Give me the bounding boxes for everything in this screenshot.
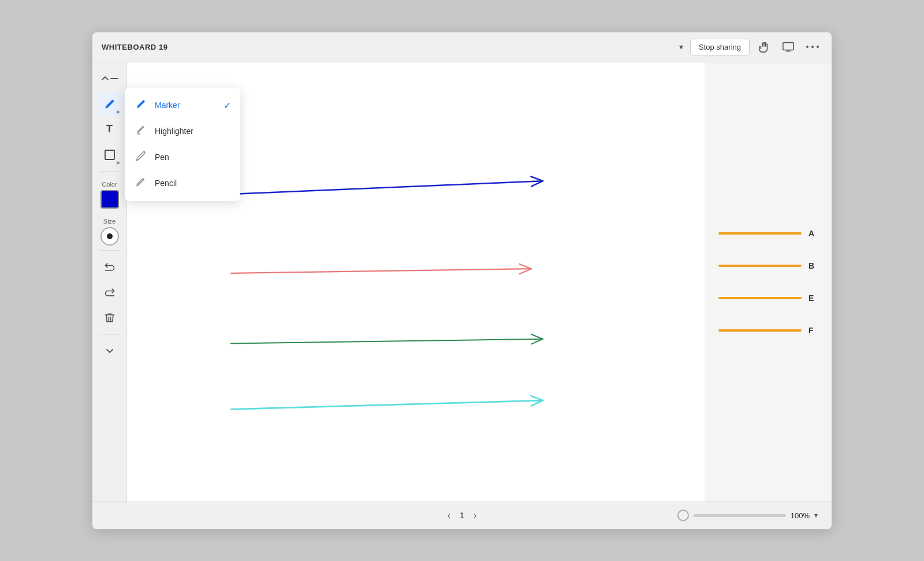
expand-down-button[interactable]	[98, 339, 121, 362]
color-label: Color	[102, 181, 117, 188]
zoom-value: 100%	[791, 511, 810, 520]
text-icon: T	[106, 123, 113, 135]
legend-line-f	[718, 329, 802, 332]
svg-point-3	[817, 46, 819, 48]
legend-row-e: E	[718, 293, 818, 303]
page-next-button[interactable]: ›	[471, 508, 479, 523]
zoom-chevron-icon[interactable]: ▾	[814, 511, 818, 519]
pen-expand-arrow: ▶	[117, 109, 120, 114]
marker-check-icon: ✓	[223, 100, 231, 111]
pen-icon	[134, 150, 148, 165]
tool-dropdown: Marker ✓ Highlighter	[125, 88, 240, 201]
marker-label: Marker	[155, 101, 180, 110]
svg-point-2	[811, 46, 814, 48]
legend-label-a: A	[808, 229, 818, 238]
stop-sharing-button[interactable]: Stop sharing	[690, 39, 750, 55]
app-window: WHITEBOARD 19 ▾ Stop sharing	[92, 32, 832, 529]
pen-label: Pen	[155, 153, 169, 162]
dropdown-item-pen[interactable]: Pen	[125, 144, 240, 170]
dropdown-item-pencil[interactable]: Pencil	[125, 170, 240, 196]
whiteboard-title: WHITEBOARD 19	[102, 43, 672, 51]
svg-rect-0	[783, 43, 793, 50]
toolbar-divider-2	[99, 250, 120, 251]
svg-point-1	[806, 46, 808, 48]
color-section: Color	[100, 176, 119, 213]
legend-line-e	[718, 297, 802, 299]
zoom-circle-icon	[677, 510, 689, 521]
shape-tool-button[interactable]: ▶	[98, 143, 121, 166]
legend-row-f: F	[718, 326, 818, 335]
right-panel: A B E F	[705, 62, 832, 501]
size-label: Size	[103, 218, 116, 225]
pen-tool-button[interactable]: ▶	[98, 92, 121, 116]
more-options-button[interactable]	[803, 42, 822, 52]
dropdown-item-marker[interactable]: Marker ✓	[125, 92, 240, 118]
highlighter-label: Highlighter	[155, 127, 193, 136]
dropdown-item-highlighter[interactable]: Highlighter	[125, 118, 240, 144]
size-selector[interactable]	[100, 227, 119, 246]
left-toolbar: ▶ T ▶ Color Size	[92, 62, 127, 501]
collapse-button[interactable]	[98, 67, 121, 90]
screen-button[interactable]	[778, 37, 798, 57]
size-dot-inner	[107, 233, 113, 239]
page-number: 1	[460, 511, 464, 520]
undo-button[interactable]	[98, 255, 121, 278]
bottom-bar: ‹ 1 › 100% ▾	[92, 501, 832, 529]
redo-button[interactable]	[98, 281, 121, 304]
main-area: ▶ T ▶ Color Size	[92, 62, 832, 501]
hand-tool-button[interactable]	[754, 37, 774, 57]
legend-row-a: A	[718, 229, 818, 238]
svg-rect-5	[105, 150, 114, 159]
legend-line-a	[718, 232, 802, 235]
header-chevron-icon[interactable]: ▾	[677, 40, 685, 54]
page-prev-button[interactable]: ‹	[445, 508, 453, 523]
legend-label-b: B	[808, 261, 818, 270]
color-swatch[interactable]	[100, 190, 119, 209]
zoom-slider[interactable]	[694, 515, 786, 517]
header: WHITEBOARD 19 ▾ Stop sharing	[92, 32, 832, 62]
legend-row-b: B	[718, 261, 818, 270]
pencil-icon	[134, 176, 148, 191]
legend-label-e: E	[808, 293, 818, 303]
pencil-label: Pencil	[155, 179, 177, 188]
toolbar-divider-1	[99, 171, 120, 172]
shape-expand-arrow: ▶	[117, 160, 120, 165]
delete-button[interactable]	[98, 306, 121, 329]
toolbar-divider-3	[99, 334, 120, 335]
highlighter-icon	[134, 124, 148, 139]
page-nav: ‹ 1 ›	[445, 508, 479, 523]
text-tool-button[interactable]: T	[98, 118, 121, 141]
legend-line-b	[718, 265, 802, 267]
marker-icon	[134, 98, 148, 113]
legend-label-f: F	[808, 326, 818, 335]
